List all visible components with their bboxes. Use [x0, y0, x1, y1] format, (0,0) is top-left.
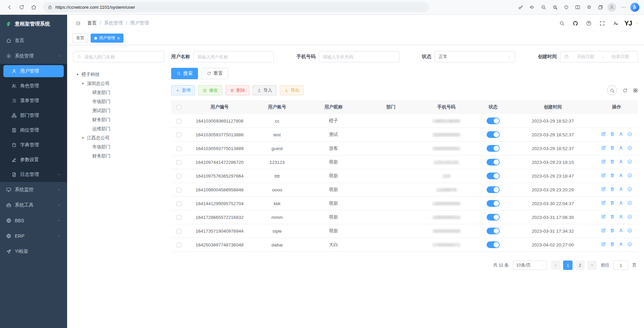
- edit-action-icon[interactable]: [601, 228, 606, 233]
- columns-button[interactable]: [633, 88, 638, 93]
- assign-role-action-icon[interactable]: [627, 200, 632, 205]
- browser-menu-button[interactable]: [618, 2, 629, 13]
- reset-password-action-icon[interactable]: [618, 132, 624, 137]
- status-toggle[interactable]: [487, 145, 500, 152]
- delete-action-icon[interactable]: [610, 187, 615, 192]
- tree-node[interactable]: 市场部门: [73, 97, 164, 106]
- add-button[interactable]: 新增: [171, 85, 195, 95]
- status-toggle[interactable]: [487, 131, 500, 138]
- reset-password-action-icon[interactable]: [618, 200, 624, 205]
- breadcrumb-system[interactable]: 系统管理: [104, 20, 123, 26]
- tree-node[interactable]: 财务部门: [73, 151, 164, 160]
- prev-page-button[interactable]: [551, 261, 560, 270]
- delete-action-icon[interactable]: [610, 214, 615, 219]
- row-checkbox[interactable]: [177, 229, 181, 234]
- reset-password-action-icon[interactable]: [618, 173, 624, 178]
- edit-action-icon[interactable]: [601, 145, 606, 150]
- row-checkbox[interactable]: [177, 146, 181, 151]
- sidebar-item-monitor[interactable]: 系统监控: [0, 182, 67, 197]
- tree-node[interactable]: ▾深圳总公司: [73, 79, 164, 88]
- avatar-dropdown-icon[interactable]: [635, 21, 639, 25]
- status-toggle[interactable]: [487, 200, 500, 207]
- reset-password-action-icon[interactable]: [618, 214, 624, 219]
- user-avatar[interactable]: YJ: [624, 19, 633, 27]
- delete-action-icon[interactable]: [610, 242, 615, 247]
- split-screen-button[interactable]: [572, 2, 583, 13]
- status-toggle[interactable]: [487, 159, 500, 166]
- status-toggle[interactable]: [487, 173, 500, 179]
- github-button[interactable]: [570, 18, 581, 29]
- sidebar-item-dept[interactable]: 部门管理: [0, 108, 67, 123]
- delete-action-icon[interactable]: [610, 173, 615, 178]
- delete-action-icon[interactable]: [610, 145, 615, 150]
- assign-role-action-icon[interactable]: [627, 145, 632, 150]
- tree-node[interactable]: 研发部门: [73, 88, 164, 97]
- browser-reload-button[interactable]: [16, 2, 27, 13]
- edit-action-icon[interactable]: [601, 187, 606, 192]
- sidebar-item-bbs[interactable]: BBS: [0, 213, 67, 228]
- department-search-input[interactable]: [84, 54, 161, 59]
- sidebar-item-erp[interactable]: ERP: [0, 228, 67, 244]
- assign-role-action-icon[interactable]: [627, 159, 632, 164]
- help-button[interactable]: [584, 18, 594, 29]
- tree-node[interactable]: 财务部门: [73, 115, 164, 124]
- reset-password-action-icon[interactable]: [618, 187, 624, 192]
- status-toggle[interactable]: [487, 241, 500, 248]
- sidebar-item-config[interactable]: 参数设置: [0, 152, 67, 167]
- page-button-1[interactable]: 1: [563, 261, 573, 270]
- sidebar-item-home[interactable]: 首页: [0, 33, 67, 48]
- delete-action-icon[interactable]: [610, 200, 615, 205]
- sidebar-item-dict[interactable]: 字典管理: [0, 138, 67, 152]
- tree-node[interactable]: ▾江西总公司: [73, 133, 164, 142]
- next-page-button[interactable]: [587, 261, 597, 270]
- collections-button[interactable]: [595, 2, 606, 13]
- zoom-button[interactable]: [538, 2, 549, 13]
- assign-role-action-icon[interactable]: [627, 187, 632, 192]
- assign-role-action-icon[interactable]: [627, 214, 632, 219]
- tree-node[interactable]: ▾橙子科技: [73, 70, 164, 79]
- add-favorite-button[interactable]: [549, 2, 560, 13]
- browser-essentials-button[interactable]: [561, 2, 572, 13]
- tree-caret-icon[interactable]: ▾: [81, 82, 85, 85]
- font-size-button[interactable]: [610, 18, 621, 29]
- favorites-button[interactable]: [584, 2, 594, 13]
- row-checkbox[interactable]: [177, 174, 181, 179]
- close-tab-icon[interactable]: ×: [117, 36, 120, 41]
- sidebar-item-yiframe[interactable]: Yi框架: [0, 244, 67, 259]
- username-input[interactable]: [197, 54, 270, 59]
- modify-button[interactable]: 修改: [198, 85, 222, 95]
- tree-caret-icon[interactable]: ▾: [81, 136, 85, 140]
- sidebar-item-role[interactable]: 角色管理: [0, 79, 67, 93]
- profile-button[interactable]: [606, 2, 617, 13]
- status-toggle[interactable]: [487, 228, 500, 234]
- reset-password-action-icon[interactable]: [618, 228, 624, 233]
- row-checkbox[interactable]: [177, 201, 181, 206]
- tree-node[interactable]: 测试部门: [73, 106, 164, 115]
- edit-action-icon[interactable]: [601, 173, 606, 178]
- import-button[interactable]: 导入: [253, 85, 277, 95]
- copilot-button[interactable]: [629, 2, 640, 13]
- sidebar-item-user[interactable]: 用户管理: [0, 64, 67, 79]
- sidebar-item-log[interactable]: 日志管理: [0, 167, 67, 182]
- page-button-2[interactable]: 2: [575, 261, 585, 270]
- select-all-checkbox[interactable]: [177, 105, 181, 110]
- address-bar[interactable]: https://ccnetcore.com:1101/system/user: [43, 2, 429, 12]
- toggle-search-button[interactable]: [607, 85, 617, 95]
- delete-button[interactable]: 删除: [226, 85, 249, 95]
- sidebar-toggle[interactable]: [72, 18, 83, 29]
- sidebar-item-system[interactable]: 系统管理: [0, 48, 67, 64]
- sidebar-item-post[interactable]: 岗位管理: [0, 123, 67, 138]
- row-checkbox[interactable]: [177, 133, 181, 137]
- edit-action-icon[interactable]: [601, 214, 606, 219]
- assign-role-action-icon[interactable]: [627, 242, 632, 247]
- row-checkbox[interactable]: [177, 160, 181, 165]
- assign-role-action-icon[interactable]: [627, 228, 632, 233]
- status-toggle[interactable]: [487, 118, 500, 124]
- row-checkbox[interactable]: [177, 215, 181, 220]
- reset-password-action-icon[interactable]: [618, 242, 624, 247]
- delete-action-icon[interactable]: [610, 132, 615, 137]
- reset-button[interactable]: 重置: [201, 68, 228, 79]
- refresh-table-button[interactable]: [623, 88, 628, 93]
- breadcrumb-home[interactable]: 首页: [87, 20, 97, 26]
- assign-role-action-icon[interactable]: [627, 173, 632, 178]
